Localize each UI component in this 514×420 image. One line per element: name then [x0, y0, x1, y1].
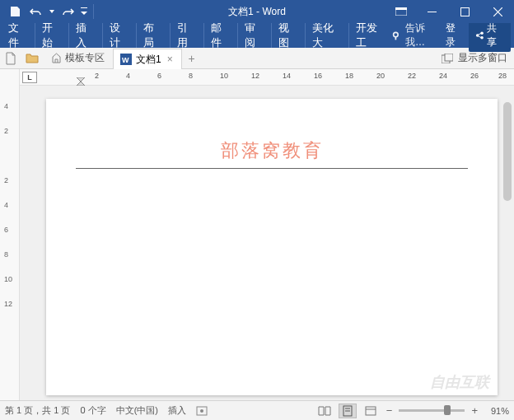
status-bar: 第 1 页，共 1 页 0 个字 中文(中国) 插入 − + 91%: [0, 400, 514, 420]
close-tab-icon[interactable]: ×: [166, 54, 175, 65]
document-canvas: 部落窝教育 自由互联: [20, 86, 514, 400]
maximize-icon[interactable]: [448, 0, 481, 23]
svg-rect-19: [366, 407, 376, 415]
hruler-tick: 12: [251, 72, 259, 80]
window-controls: [387, 0, 514, 23]
qat-customize-icon[interactable]: [79, 2, 89, 21]
hruler-tick: 16: [314, 72, 322, 80]
read-mode-icon[interactable]: [315, 404, 334, 418]
document-page[interactable]: 部落窝教育: [46, 99, 498, 395]
hruler-tick: 20: [376, 72, 385, 80]
tab-beautify[interactable]: 美化大: [306, 23, 349, 48]
tab-review[interactable]: 审阅: [238, 23, 272, 48]
add-tab-icon[interactable]: +: [182, 52, 202, 65]
login-link[interactable]: 登录: [446, 21, 464, 49]
qat-separator: [93, 4, 94, 19]
word-count-status[interactable]: 0 个字: [80, 404, 105, 417]
vruler-tick: 4: [4, 102, 8, 110]
hruler-tick: 26: [470, 72, 479, 80]
tab-developer[interactable]: 开发工: [349, 23, 392, 48]
zoom-level[interactable]: 91%: [484, 406, 509, 416]
hruler-tick: 10: [220, 72, 228, 80]
insert-mode-status[interactable]: 插入: [168, 404, 186, 417]
window-title: 文档1 - Word: [228, 5, 286, 19]
hruler-tick: 14: [283, 72, 291, 80]
vertical-ruler[interactable]: 4 2 2 4 6 8 10 12: [0, 69, 20, 400]
header-text[interactable]: 部落窝教育: [76, 138, 468, 166]
vruler-tick: 12: [4, 300, 12, 308]
workspace: 4 2 2 4 6 8 10 12 L 2 4 6 8 10 12 14 16 …: [0, 69, 514, 400]
document-tabs-bar: 模板专区 W 文档1 × + 显示多窗口: [0, 48, 514, 69]
tab-home[interactable]: 开始: [35, 23, 69, 48]
tab-view[interactable]: 视图: [272, 23, 306, 48]
zoom-slider[interactable]: [399, 409, 465, 412]
multi-window-icon[interactable]: [442, 54, 453, 63]
vruler-tick: 8: [4, 250, 8, 259]
save-icon[interactable]: [5, 2, 25, 21]
ribbon-tabs: 文件 开始 插入 设计 布局 引用 邮件 审阅 视图 美化大 开发工 告诉我… …: [0, 23, 514, 48]
document-tab-label: 文档1: [136, 53, 161, 67]
language-status[interactable]: 中文(中国): [116, 404, 158, 417]
vruler-tick: 2: [4, 176, 8, 184]
tell-me-label: 告诉我…: [405, 21, 441, 49]
svg-rect-3: [460, 7, 469, 16]
indent-marker-icon[interactable]: [77, 77, 85, 86]
page-number-status[interactable]: 第 1 页，共 1 页: [5, 404, 70, 417]
vruler-tick: 4: [4, 201, 8, 209]
watermark-text: 自由互联: [430, 372, 489, 392]
tab-design[interactable]: 设计: [103, 23, 137, 48]
zoom-in-button[interactable]: +: [470, 404, 479, 417]
hruler-tick: 22: [408, 72, 416, 80]
ribbon-display-icon[interactable]: [387, 0, 415, 23]
open-folder-icon[interactable]: [21, 49, 43, 68]
zoom-slider-handle[interactable]: [444, 405, 451, 415]
share-label: 共享: [487, 21, 505, 49]
document-tab-active[interactable]: W 文档1 ×: [113, 49, 182, 69]
hruler-tick: 4: [126, 72, 130, 80]
tell-me-search[interactable]: 告诉我…: [391, 21, 441, 49]
tab-insert[interactable]: 插入: [69, 23, 103, 48]
minimize-icon[interactable]: [415, 0, 448, 23]
quick-access-toolbar: [0, 2, 96, 21]
scrollbar-thumb[interactable]: [503, 102, 512, 201]
word-doc-icon: W: [120, 54, 132, 65]
undo-dropdown-icon[interactable]: [48, 2, 56, 21]
vruler-tick: 10: [4, 275, 12, 283]
tab-stop-selector[interactable]: L: [22, 72, 37, 83]
tab-file[interactable]: 文件: [2, 23, 35, 48]
macro-record-icon[interactable]: [196, 406, 208, 416]
horizontal-ruler[interactable]: L 2 4 6 8 10 12 14 16 18 20 22 24 26 28: [20, 69, 514, 86]
tab-mailings[interactable]: 邮件: [204, 23, 238, 48]
page-header[interactable]: 部落窝教育: [76, 138, 468, 169]
svg-point-15: [200, 409, 203, 413]
tab-layout[interactable]: 布局: [137, 23, 171, 48]
close-icon[interactable]: [481, 0, 514, 23]
hruler-tick: 8: [189, 72, 193, 80]
hruler-tick: 6: [157, 72, 161, 80]
svg-rect-13: [445, 54, 453, 61]
header-underline: [76, 168, 468, 169]
undo-icon[interactable]: [26, 2, 46, 21]
svg-point-6: [395, 33, 398, 36]
svg-text:W: W: [122, 56, 129, 64]
new-file-icon[interactable]: [0, 49, 21, 68]
print-layout-icon[interactable]: [339, 404, 357, 418]
zoom-out-button[interactable]: −: [385, 404, 395, 417]
svg-rect-1: [395, 7, 407, 10]
hruler-tick: 24: [439, 72, 447, 80]
share-button[interactable]: 共享: [469, 19, 511, 52]
tab-references[interactable]: 引用: [171, 23, 204, 48]
web-layout-icon[interactable]: [362, 404, 380, 418]
template-zone-label: 模板专区: [65, 51, 105, 65]
vruler-tick: 6: [4, 226, 8, 234]
hruler-tick: 18: [345, 72, 353, 80]
vruler-tick: 2: [4, 127, 8, 135]
vertical-scrollbar[interactable]: [501, 86, 514, 400]
hruler-tick: 2: [95, 72, 99, 80]
template-zone-tab[interactable]: 模板专区: [43, 48, 113, 68]
multi-window-label[interactable]: 显示多窗口: [458, 51, 507, 65]
title-bar: 文档1 - Word: [0, 0, 514, 23]
hruler-tick: 28: [498, 72, 507, 80]
redo-icon[interactable]: [58, 2, 77, 21]
svg-rect-2: [428, 12, 437, 12]
